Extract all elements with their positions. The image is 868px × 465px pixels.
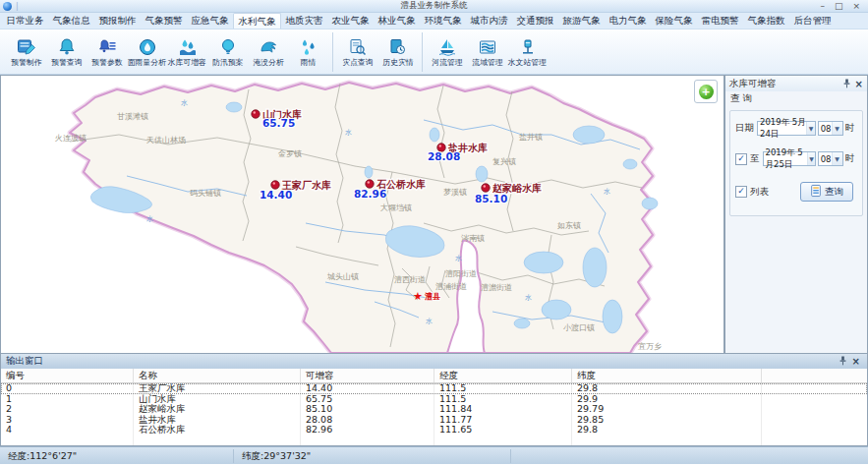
menu-tab-城市内涝[interactable]: 城市内涝 [466,13,512,29]
town-label: 码头铺镇 [190,189,221,198]
toolbar-button-label: 灾点查询 [342,57,373,67]
toolbar-button-label: 历史灾情 [382,57,413,67]
table-cell [134,436,301,446]
hour-suffix: 时 [845,152,855,165]
table-row[interactable]: 3盐井水库28.08111.7729.85 [1,415,867,426]
town-label: 梦溪镇 [443,188,467,197]
table-cell: 111.5 [434,394,572,405]
chevron-down-icon[interactable]: ▼ [832,122,842,135]
reservoir-marker-icon[interactable] [482,184,490,192]
table-row[interactable]: 4石公桥水库82.96111.6529.8 [1,425,867,436]
panel-title: 水库可增容 [729,78,777,90]
reservoir-value: 28.08 [428,150,460,162]
table-cell: 王家厂水库 [134,383,301,394]
toolbar-button-area-rainfall[interactable]: 面雨量分析 [127,35,167,68]
toolbar-button-hydro-station[interactable]: 水文站管理 [507,35,548,68]
town-label: 金罗镇 [277,149,302,158]
close-button[interactable]: × [852,1,860,12]
panel-close-icon[interactable]: × [855,80,863,88]
to-checkbox[interactable]: ✓ [735,153,747,165]
toolbar-button-label: 河流管理 [432,57,462,67]
reservoir-marker-icon[interactable] [271,181,279,189]
menu-tab-应急气象[interactable]: 应急气象 [187,13,233,29]
chevron-down-icon[interactable]: ▼ [807,152,814,165]
menu-tab-气象信息[interactable]: 气象信息 [48,13,94,29]
hour-suffix: 时 [845,122,855,135]
menu-tab-气象指数[interactable]: 气象指数 [743,13,789,29]
town-label: 澧阳街道 [445,269,477,278]
hour-from-value: 08 [821,124,832,134]
toolbar-button-reservoir-capacity[interactable]: 水库可增容 [167,35,207,68]
chevron-down-icon[interactable]: ▼ [832,152,842,165]
table-row[interactable]: 1山门水库65.75111.529.9 [1,394,867,405]
maximize-button[interactable]: □ [835,1,843,12]
toolbar-button-river-manage[interactable]: 河流管理 [427,35,467,68]
column-header-纬度[interactable]: 纬度 [572,369,762,382]
rain-info-icon [299,35,318,57]
menu-tab-水利气象[interactable]: 水利气象 [233,13,281,29]
river-name-char: 水 [455,255,462,262]
town-label: 涔南镇 [461,234,485,243]
toolbar-button-disaster-search[interactable]: 灾点查询 [337,35,377,68]
toolbar-button-rain-info[interactable]: 雨情 [288,35,328,68]
date-to-row: ✓ 至 2019年 5月25日 ▼ 08 ▼ 时 [735,151,857,166]
list-checkbox[interactable]: ✓ [735,186,747,198]
date-to-select[interactable]: 2019年 5月25日 ▼ [763,151,816,166]
menu-tab-旅游气象[interactable]: 旅游气象 [558,13,605,29]
menu-tab-保险气象[interactable]: 保险气象 [651,13,697,29]
toolbar-button-basin-manage[interactable]: 流域管理 [467,35,507,68]
column-header-可增容[interactable]: 可增容 [301,369,434,382]
toolbar-button-alert-params[interactable]: 预警参数 [87,35,127,68]
menu-tab-预报制作[interactable]: 预报制作 [94,13,141,29]
output-close-icon[interactable]: × [852,357,860,366]
table-cell: 盐井水库 [134,415,301,426]
menu-tab-电力气象[interactable]: 电力气象 [605,13,651,29]
menu-tab-林业气象[interactable]: 林业气象 [374,13,420,29]
toolbar-button-alert-search[interactable]: 预警查询 [46,35,87,68]
river-name-char: 水 [181,99,188,107]
toolbar: 预警制作预警查询预警参数面雨量分析水库可增容防汛预案淹没分析雨情灾点查询历史灾情… [0,29,868,75]
column-header-名称[interactable]: 名称 [134,369,301,382]
toolbar-button-alert-edit[interactable]: 预警制作 [6,35,46,68]
menu-tab-地质灾害[interactable]: 地质灾害 [281,13,327,29]
add-layer-button[interactable]: + [694,80,718,103]
reservoir-value: 14.40 [260,189,292,201]
date-from-select[interactable]: 2019年 5月24日 ▼ [757,121,816,136]
query-group-title: 查 询 [725,91,867,108]
chevron-down-icon[interactable]: ▼ [806,122,814,135]
query-button[interactable]: 查询 [800,182,853,202]
menu-tab-农业气象[interactable]: 农业气象 [327,13,374,29]
menu-tab-后台管理[interactable]: 后台管理 [789,13,836,29]
county-map[interactable]: 水水水水水水水 甘溪滩镇火连坡镇天供山林场金罗镇盐井镇码头铺镇复兴镇梦溪镇大堰垱… [1,76,723,353]
table-row[interactable]: 0王家厂水库14.40111.529.8 [1,383,867,394]
menu-tab-环境气象[interactable]: 环境气象 [420,13,466,29]
menu-tab-交通预报[interactable]: 交通预报 [512,13,558,29]
map-panel[interactable]: 水水水水水水水 甘溪滩镇火连坡镇天供山林场金罗镇盐井镇码头铺镇复兴镇梦溪镇大堰垱… [0,75,724,354]
menu-tab-雷电预警[interactable]: 雷电预警 [697,13,743,29]
column-header-经度[interactable]: 经度 [434,369,572,382]
menu-tab-气象预警[interactable]: 气象预警 [141,13,187,29]
toolbar-button-submerge-analysis[interactable]: 淹没分析 [248,35,288,68]
toolbar-button-label: 防汛预案 [212,57,243,67]
town-label: 小渡口镇 [563,323,595,332]
minimize-button[interactable]: – [820,1,825,12]
output-table[interactable]: 编号名称可增容经度纬度0王家厂水库14.40111.529.81山门水库65.7… [1,369,867,445]
table-row[interactable]: 2赵家峪水库85.10111.8429.79 [1,404,867,415]
town-label: 盐井镇 [519,133,543,142]
pin-icon[interactable] [842,79,851,90]
pin-icon[interactable] [839,356,847,368]
hour-to-select[interactable]: 08 ▼ [818,151,843,166]
main-area: 水水水水水水水 甘溪滩镇火连坡镇天供山林场金罗镇盐井镇码头铺镇复兴镇梦溪镇大堰垱… [0,75,868,354]
toolbar-button-flood-plan[interactable]: 防汛预案 [207,35,248,68]
submerge-analysis-icon [259,35,278,57]
hour-from-select[interactable]: 08 ▼ [818,121,843,136]
table-cell: 111.65 [434,425,572,436]
column-header-编号[interactable]: 编号 [1,369,134,382]
menu-tab-日常业务[interactable]: 日常业务 [2,13,48,29]
table-cell: 3 [1,415,134,426]
table-cell [572,436,762,446]
reservoir-marker-highlight [439,145,441,146]
toolbar-button-history-disaster[interactable]: 历史灾情 [377,35,418,68]
reservoir-marker-icon[interactable] [252,110,260,118]
reservoir-marker-icon[interactable] [366,180,374,188]
